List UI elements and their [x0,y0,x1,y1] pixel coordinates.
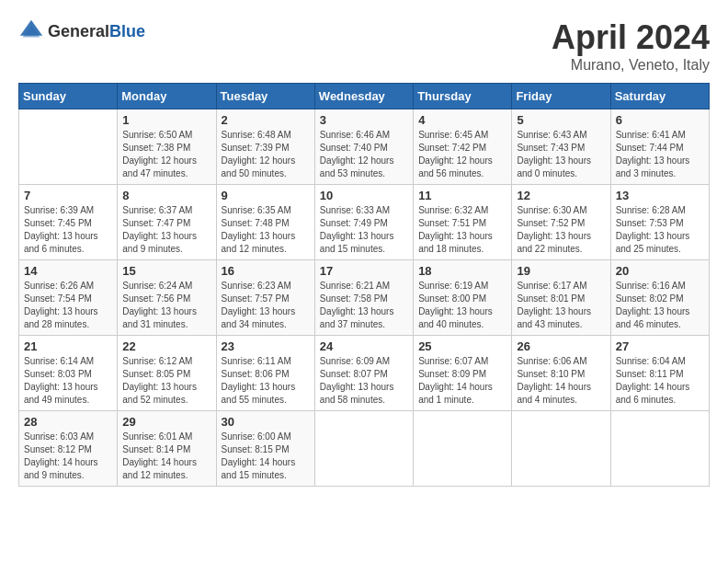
calendar-cell: 30Sunrise: 6:00 AMSunset: 8:15 PMDayligh… [216,411,314,487]
day-info: Sunrise: 6:21 AMSunset: 7:58 PMDaylight:… [320,280,408,331]
day-info: Sunrise: 6:03 AMSunset: 8:12 PMDaylight:… [24,431,112,482]
calendar-week-row: 14Sunrise: 6:26 AMSunset: 7:54 PMDayligh… [19,260,710,336]
weekday-header: Saturday [610,84,709,109]
day-info: Sunrise: 6:16 AMSunset: 8:02 PMDaylight:… [616,280,704,331]
day-number: 7 [24,189,112,202]
logo-text: GeneralBlue [48,22,145,41]
calendar-cell: 19Sunrise: 6:17 AMSunset: 8:01 PMDayligh… [512,260,610,336]
day-number: 24 [320,339,408,353]
day-number: 14 [24,264,112,278]
day-info: Sunrise: 6:07 AMSunset: 8:09 PMDaylight:… [418,355,506,407]
title-block: April 2024 Murano, Veneto, Italy [552,18,710,74]
day-info: Sunrise: 6:01 AMSunset: 8:14 PMDaylight:… [122,431,210,482]
day-number: 2 [222,113,310,127]
day-number: 25 [418,339,506,353]
calendar-cell: 29Sunrise: 6:01 AMSunset: 8:14 PMDayligh… [118,411,216,487]
calendar-cell: 20Sunrise: 6:16 AMSunset: 8:02 PMDayligh… [610,260,709,336]
day-number: 15 [122,264,210,278]
day-number: 10 [320,189,408,202]
day-number: 8 [122,189,210,202]
day-number: 29 [122,415,210,429]
location: Murano, Veneto, Italy [552,57,710,74]
day-info: Sunrise: 6:17 AMSunset: 8:01 PMDaylight:… [517,280,605,331]
calendar-cell: 10Sunrise: 6:33 AMSunset: 7:49 PMDayligh… [314,185,413,260]
calendar-week-row: 7Sunrise: 6:39 AMSunset: 7:45 PMDaylight… [19,185,710,260]
calendar-cell: 21Sunrise: 6:14 AMSunset: 8:03 PMDayligh… [19,336,118,411]
day-info: Sunrise: 6:45 AMSunset: 7:42 PMDaylight:… [418,129,506,180]
day-info: Sunrise: 6:43 AMSunset: 7:43 PMDaylight:… [517,129,605,180]
day-info: Sunrise: 6:04 AMSunset: 8:11 PMDaylight:… [616,355,704,407]
day-info: Sunrise: 6:14 AMSunset: 8:03 PMDaylight:… [24,355,112,407]
day-info: Sunrise: 6:37 AMSunset: 7:47 PMDaylight:… [122,204,210,256]
day-number: 11 [418,189,506,202]
calendar-cell [512,411,610,487]
calendar-cell: 14Sunrise: 6:26 AMSunset: 7:54 PMDayligh… [19,260,118,336]
day-info: Sunrise: 6:41 AMSunset: 7:44 PMDaylight:… [616,129,704,180]
day-number: 18 [418,264,506,278]
calendar-cell: 5Sunrise: 6:43 AMSunset: 7:43 PMDaylight… [512,109,610,185]
calendar-week-row: 21Sunrise: 6:14 AMSunset: 8:03 PMDayligh… [19,336,710,411]
day-number: 12 [517,189,605,202]
logo-general: General [48,22,109,40]
calendar-cell [414,411,512,487]
calendar-cell: 16Sunrise: 6:23 AMSunset: 7:57 PMDayligh… [216,260,314,336]
calendar-week-row: 28Sunrise: 6:03 AMSunset: 8:12 PMDayligh… [19,411,710,487]
calendar-cell: 27Sunrise: 6:04 AMSunset: 8:11 PMDayligh… [610,336,709,411]
day-number: 16 [222,264,310,278]
day-info: Sunrise: 6:19 AMSunset: 8:00 PMDaylight:… [418,280,506,331]
calendar-cell [610,411,709,487]
calendar-cell: 25Sunrise: 6:07 AMSunset: 8:09 PMDayligh… [414,336,512,411]
calendar-cell: 17Sunrise: 6:21 AMSunset: 7:58 PMDayligh… [314,260,413,336]
day-number: 9 [222,189,310,202]
day-info: Sunrise: 6:09 AMSunset: 8:07 PMDaylight:… [320,355,408,407]
calendar-week-row: 1Sunrise: 6:50 AMSunset: 7:38 PMDaylight… [19,109,710,185]
calendar-cell: 6Sunrise: 6:41 AMSunset: 7:44 PMDaylight… [610,109,709,185]
day-info: Sunrise: 6:48 AMSunset: 7:39 PMDaylight:… [222,129,310,180]
weekday-header: Sunday [19,84,118,109]
calendar-cell: 13Sunrise: 6:28 AMSunset: 7:53 PMDayligh… [610,185,709,260]
calendar-cell: 24Sunrise: 6:09 AMSunset: 8:07 PMDayligh… [314,336,413,411]
calendar-table: SundayMondayTuesdayWednesdayThursdayFrid… [18,83,710,487]
page-header: GeneralBlue April 2024 Murano, Veneto, I… [18,18,710,74]
weekday-header: Thursday [414,84,512,109]
day-info: Sunrise: 6:06 AMSunset: 8:10 PMDaylight:… [517,355,605,407]
day-info: Sunrise: 6:39 AMSunset: 7:45 PMDaylight:… [24,204,112,256]
weekday-header: Friday [512,84,610,109]
day-info: Sunrise: 6:35 AMSunset: 7:48 PMDaylight:… [222,204,310,256]
month-title: April 2024 [552,18,710,57]
day-info: Sunrise: 6:46 AMSunset: 7:40 PMDaylight:… [320,129,408,180]
calendar-cell: 23Sunrise: 6:11 AMSunset: 8:06 PMDayligh… [216,336,314,411]
weekday-header: Monday [118,84,216,109]
day-number: 28 [24,415,112,429]
day-info: Sunrise: 6:11 AMSunset: 8:06 PMDaylight:… [222,355,310,407]
day-info: Sunrise: 6:28 AMSunset: 7:53 PMDaylight:… [616,204,704,256]
calendar-cell: 9Sunrise: 6:35 AMSunset: 7:48 PMDaylight… [216,185,314,260]
calendar-cell: 3Sunrise: 6:46 AMSunset: 7:40 PMDaylight… [314,109,413,185]
day-number: 4 [418,113,506,127]
day-info: Sunrise: 6:50 AMSunset: 7:38 PMDaylight:… [122,129,210,180]
day-number: 26 [517,339,605,353]
day-number: 23 [222,339,310,353]
calendar-cell: 26Sunrise: 6:06 AMSunset: 8:10 PMDayligh… [512,336,610,411]
day-info: Sunrise: 6:24 AMSunset: 7:56 PMDaylight:… [122,280,210,331]
calendar-cell: 12Sunrise: 6:30 AMSunset: 7:52 PMDayligh… [512,185,610,260]
day-info: Sunrise: 6:12 AMSunset: 8:05 PMDaylight:… [122,355,210,407]
calendar-cell: 22Sunrise: 6:12 AMSunset: 8:05 PMDayligh… [118,336,216,411]
day-number: 13 [616,189,704,202]
calendar-cell [314,411,413,487]
logo: GeneralBlue [18,18,145,44]
calendar-cell: 4Sunrise: 6:45 AMSunset: 7:42 PMDaylight… [414,109,512,185]
weekday-header-row: SundayMondayTuesdayWednesdayThursdayFrid… [19,84,710,109]
calendar-cell: 1Sunrise: 6:50 AMSunset: 7:38 PMDaylight… [118,109,216,185]
calendar-cell: 18Sunrise: 6:19 AMSunset: 8:00 PMDayligh… [414,260,512,336]
day-info: Sunrise: 6:23 AMSunset: 7:57 PMDaylight:… [222,280,310,331]
day-number: 1 [122,113,210,127]
calendar-cell: 15Sunrise: 6:24 AMSunset: 7:56 PMDayligh… [118,260,216,336]
weekday-header: Wednesday [314,84,413,109]
calendar-cell: 28Sunrise: 6:03 AMSunset: 8:12 PMDayligh… [19,411,118,487]
logo-blue: Blue [109,22,145,40]
calendar-cell: 11Sunrise: 6:32 AMSunset: 7:51 PMDayligh… [414,185,512,260]
day-number: 17 [320,264,408,278]
day-number: 27 [616,339,704,353]
logo-icon [18,18,44,44]
